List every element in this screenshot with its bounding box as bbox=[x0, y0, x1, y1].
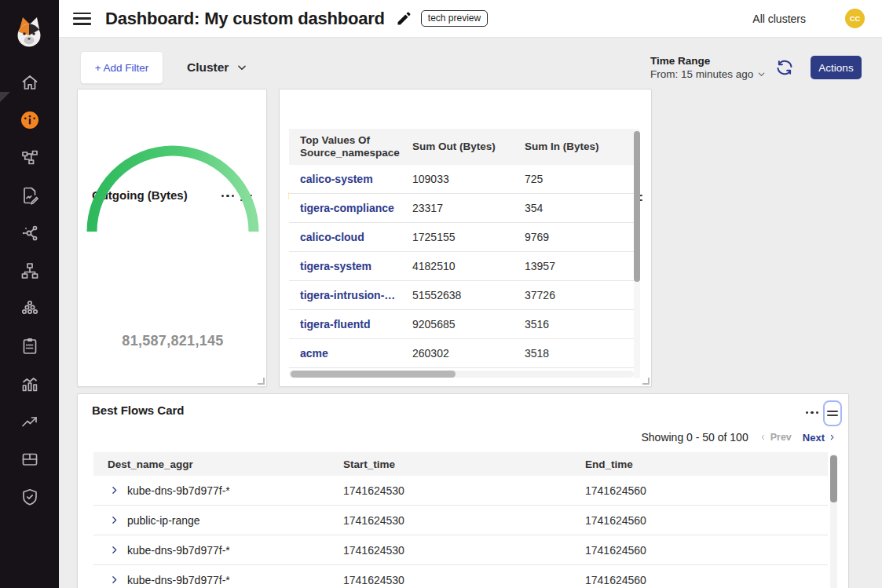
sum-out-value: 23317 bbox=[401, 202, 514, 214]
best-flows-table: Dest_name_aggr Start_time End_time kube-… bbox=[93, 452, 828, 588]
menu-toggle-button[interactable] bbox=[73, 13, 91, 25]
avatar[interactable]: CC bbox=[845, 9, 865, 28]
table-row: tigera-system 4182510 13957 bbox=[289, 252, 634, 281]
table-header-row: Dest_name_aggr Start_time End_time bbox=[93, 452, 828, 476]
vertical-scrollbar[interactable] bbox=[830, 454, 837, 588]
table-row: kube-dns-9b7d977f-* 1741624530 174162456… bbox=[93, 476, 828, 506]
more-options-icon[interactable] bbox=[806, 408, 818, 417]
sum-in-value: 3516 bbox=[514, 318, 634, 331]
sum-out-value: 4182510 bbox=[401, 260, 514, 272]
sidebar-item-network-graph[interactable] bbox=[0, 214, 59, 252]
table-row: acme 260302 3518 bbox=[289, 339, 634, 368]
table-row: calico-system 109033 725 bbox=[289, 165, 634, 194]
vertical-scrollbar[interactable] bbox=[634, 129, 640, 378]
sidebar-item-dashboards[interactable] bbox=[0, 101, 59, 139]
sum-out-value: 260302 bbox=[401, 347, 514, 360]
add-filter-button[interactable]: + Add Filter bbox=[80, 51, 163, 84]
sum-out-value: 51552638 bbox=[401, 289, 514, 301]
sidebar-item-policies[interactable] bbox=[0, 177, 59, 214]
dest-name-value: kube-dns-9b7d977f-* bbox=[127, 574, 230, 586]
best-flows-card: Best Flows Card Showing 0 - 50 of 100 Pr… bbox=[77, 393, 849, 588]
home-icon bbox=[20, 73, 39, 92]
trend-icon bbox=[20, 412, 39, 431]
sum-in-value: 9769 bbox=[514, 231, 634, 243]
policy-edit-icon bbox=[20, 186, 39, 205]
actions-button[interactable]: Actions bbox=[811, 56, 862, 79]
sidebar-item-home[interactable] bbox=[0, 64, 59, 101]
gauge-value: 81,587,821,145 bbox=[78, 333, 268, 349]
topology-icon bbox=[20, 148, 39, 167]
network-graph-icon bbox=[20, 224, 39, 243]
expand-row-icon[interactable] bbox=[109, 515, 119, 525]
start-time-value: 1741624530 bbox=[329, 514, 571, 527]
package-icon bbox=[20, 450, 39, 469]
resize-handle[interactable] bbox=[642, 378, 650, 385]
sidebar-item-sitemap[interactable] bbox=[0, 252, 59, 290]
table-row: public-ip-range 1741624530 1741624560 bbox=[93, 506, 828, 535]
refresh-icon bbox=[775, 58, 794, 77]
expand-row-icon[interactable] bbox=[109, 545, 119, 555]
shield-check-icon bbox=[20, 488, 39, 506]
sum-out-value: 1725155 bbox=[401, 231, 514, 243]
chevron-down-icon bbox=[757, 70, 766, 79]
namespace-link[interactable]: tigera-fluentd bbox=[289, 318, 401, 331]
expand-row-icon[interactable] bbox=[109, 485, 119, 495]
sidebar-item-statistics[interactable] bbox=[0, 365, 59, 403]
namespace-link[interactable]: acme bbox=[289, 347, 401, 360]
end-time-value: 1741624560 bbox=[571, 484, 828, 497]
horizontal-scrollbar[interactable] bbox=[289, 371, 634, 378]
sum-in-value: 3518 bbox=[514, 347, 634, 360]
card-title: Best Flows Card bbox=[92, 404, 185, 417]
dest-name-value: public-ip-range bbox=[127, 514, 200, 527]
sidebar-item-cluster[interactable] bbox=[0, 290, 59, 327]
sidebar-item-workloads[interactable] bbox=[0, 440, 59, 478]
table-row: calico-cloud 1725155 9769 bbox=[289, 223, 634, 252]
end-time-value: 1741624560 bbox=[571, 544, 828, 557]
namespace-link[interactable]: tigera-system bbox=[289, 260, 401, 272]
end-time-value: 1741624560 bbox=[571, 574, 828, 586]
next-page-button[interactable]: Next bbox=[803, 432, 836, 444]
pagination-status: Showing 0 - 50 of 100 bbox=[641, 431, 748, 444]
sidebar-item-reports[interactable] bbox=[0, 327, 59, 365]
namespace-link[interactable]: tigera-intrusion-d… bbox=[289, 289, 401, 301]
sum-in-value: 37726 bbox=[514, 289, 634, 301]
calico-cat-logo[interactable] bbox=[12, 14, 46, 52]
sitemap-icon bbox=[20, 261, 39, 280]
table-header-row: Top Values Of Source_namespace Sum Out (… bbox=[289, 129, 634, 165]
namespace-link[interactable]: tigera-compliance bbox=[289, 202, 401, 214]
table-row: kube-dns-9b7d977f-* 1741624530 174162456… bbox=[93, 565, 828, 588]
refresh-button[interactable] bbox=[775, 58, 794, 77]
sum-out-value: 9205685 bbox=[401, 318, 514, 331]
resize-handle[interactable] bbox=[258, 378, 265, 385]
start-time-value: 1741624530 bbox=[329, 484, 571, 497]
chevron-down-icon bbox=[236, 62, 247, 73]
table-row: kube-dns-9b7d977f-* 1741624530 174162456… bbox=[93, 535, 828, 565]
edit-dashboard-button[interactable] bbox=[396, 10, 413, 27]
all-clusters-selector[interactable]: All clusters bbox=[752, 13, 806, 25]
expand-row-icon[interactable] bbox=[109, 575, 119, 585]
end-time-value: 1741624560 bbox=[571, 514, 828, 527]
table-row: tigera-compliance 23317 354 bbox=[289, 194, 634, 223]
cluster-dropdown[interactable]: Cluster bbox=[187, 58, 247, 77]
prev-page-button[interactable]: Prev bbox=[759, 432, 792, 443]
dest-name-value: kube-dns-9b7d977f-* bbox=[127, 544, 230, 557]
data-volume-card: Data Volume per Namespace Top Values Of … bbox=[279, 89, 652, 387]
time-range-picker[interactable]: Time Range From: 15 minutes ago bbox=[650, 55, 766, 80]
namespace-link[interactable]: calico-cloud bbox=[289, 231, 401, 243]
page-title: Dashboard: My custom dashboard bbox=[105, 9, 385, 29]
time-range-label: Time Range bbox=[650, 55, 766, 67]
pencil-icon bbox=[396, 11, 412, 27]
sum-in-value: 354 bbox=[514, 202, 634, 214]
drag-handle-icon-focused[interactable] bbox=[823, 400, 842, 426]
dest-name-value: kube-dns-9b7d977f-* bbox=[127, 484, 230, 497]
start-time-value: 1741624530 bbox=[329, 574, 571, 586]
cluster-icon bbox=[20, 299, 39, 318]
sum-in-value: 725 bbox=[514, 173, 634, 185]
topbar: Dashboard: My custom dashboard tech prev… bbox=[59, 0, 882, 38]
sidebar-item-trends[interactable] bbox=[0, 403, 59, 440]
sidebar-item-security[interactable] bbox=[0, 478, 59, 516]
table-body: calico-system 109033 725 tigera-complian… bbox=[289, 165, 634, 368]
namespace-link[interactable]: calico-system bbox=[289, 173, 401, 185]
table-body: kube-dns-9b7d977f-* 1741624530 174162456… bbox=[93, 476, 828, 588]
sidebar-item-topology[interactable] bbox=[0, 139, 59, 177]
